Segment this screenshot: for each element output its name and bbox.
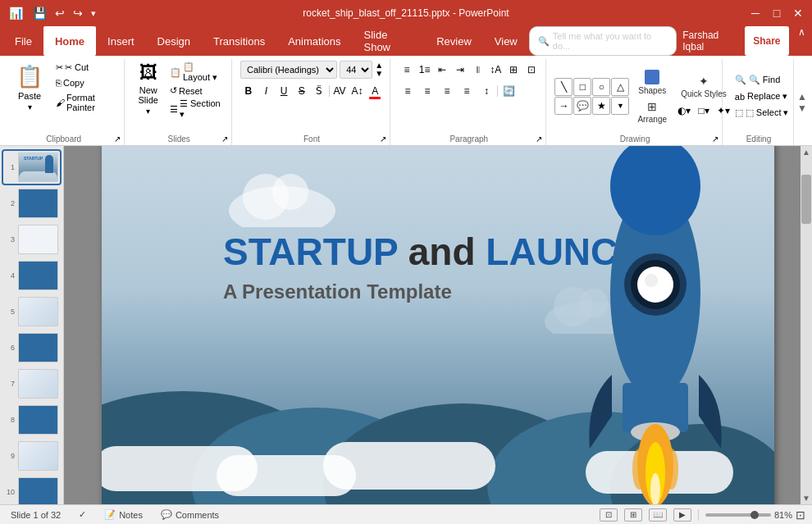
- smartart-button[interactable]: ⊡: [523, 61, 540, 79]
- menu-insert[interactable]: Insert: [96, 26, 146, 56]
- shape-arrow[interactable]: →: [554, 97, 573, 115]
- cut-button[interactable]: ✂✂ Cut: [52, 61, 117, 75]
- paragraph-expand-icon[interactable]: ↗: [536, 134, 542, 144]
- line-spacing-button[interactable]: ↕: [477, 82, 495, 100]
- increase-indent-button[interactable]: ⇥: [452, 61, 468, 79]
- shape-rect[interactable]: □: [573, 78, 591, 96]
- text-direction-button[interactable]: A↕: [349, 82, 366, 100]
- slide-thumb-9[interactable]: 9: [3, 440, 60, 472]
- convert-to-smartart-button[interactable]: 🔄: [500, 82, 518, 100]
- zoom-slider-thumb[interactable]: [750, 511, 759, 519]
- font-family-select[interactable]: Calibri (Headings): [240, 61, 337, 79]
- menu-slideshow[interactable]: Slide Show: [352, 26, 425, 56]
- customize-quick-access-button[interactable]: ▾: [89, 7, 98, 21]
- shape-oval[interactable]: ○: [592, 78, 610, 96]
- font-color-button[interactable]: A: [367, 82, 383, 100]
- clipboard-expand-icon[interactable]: ↗: [114, 134, 121, 144]
- scroll-up-button[interactable]: ▲: [801, 146, 812, 158]
- slide-thumb-4[interactable]: 4: [3, 259, 60, 292]
- align-text-button[interactable]: ⊞: [505, 61, 522, 79]
- slides-expand-icon[interactable]: ↗: [221, 134, 228, 144]
- shape-outline-button[interactable]: □▾: [695, 102, 713, 120]
- justify-button[interactable]: ≡: [458, 82, 476, 100]
- text-direction-para-button[interactable]: ↕A: [487, 61, 504, 79]
- zoom-slider[interactable]: [705, 513, 771, 517]
- close-button[interactable]: ✕: [791, 6, 805, 21]
- char-spacing-button[interactable]: AV: [331, 82, 348, 100]
- slide-thumb-2[interactable]: 2: [3, 187, 60, 220]
- align-right-button[interactable]: ≡: [438, 82, 456, 100]
- zoom-level-button[interactable]: 81%: [774, 510, 792, 520]
- user-area[interactable]: Farshad Iqbal: [682, 26, 738, 56]
- menu-home[interactable]: Home: [43, 26, 96, 56]
- fit-to-window-button[interactable]: ⊡: [796, 508, 805, 522]
- menu-file[interactable]: File: [3, 26, 43, 56]
- font-size-decrease[interactable]: ▼: [375, 70, 383, 78]
- shape-line[interactable]: ╲: [554, 78, 573, 96]
- shapes-more-button[interactable]: ▼: [611, 97, 629, 115]
- reset-button[interactable]: ↺Reset: [167, 84, 225, 97]
- italic-button[interactable]: I: [258, 82, 275, 100]
- menu-review[interactable]: Review: [425, 26, 483, 56]
- scroll-thumb[interactable]: [801, 175, 811, 224]
- menu-transitions[interactable]: Transitions: [202, 26, 276, 56]
- redo-button[interactable]: ↪: [71, 5, 85, 21]
- shape-star[interactable]: ★: [592, 97, 610, 115]
- copy-button[interactable]: ⎘Copy: [52, 76, 117, 89]
- text-shadow-button[interactable]: S̈: [312, 82, 328, 100]
- arrange-button[interactable]: ⊞ Arrange: [632, 98, 672, 125]
- slide-canvas[interactable]: STARTUP and LAUNCH A Presentation Templa…: [102, 146, 774, 504]
- select-button[interactable]: ⬚ ⬚ Select ▾: [731, 106, 787, 120]
- vertical-scrollbar[interactable]: ▲ ▼: [801, 146, 812, 504]
- align-center-button[interactable]: ≡: [418, 82, 436, 100]
- normal-view-button[interactable]: ⊡: [600, 508, 618, 522]
- slide-thumb-7[interactable]: 7: [3, 367, 60, 400]
- menu-view[interactable]: View: [483, 26, 529, 56]
- menu-design[interactable]: Design: [146, 26, 202, 56]
- section-button[interactable]: ☰☰ Section ▾: [167, 98, 225, 121]
- underline-button[interactable]: U: [276, 82, 292, 100]
- slideshow-view-button[interactable]: ▶: [673, 508, 691, 522]
- font-expand-icon[interactable]: ↗: [380, 134, 386, 144]
- shape-fill-button[interactable]: ◐▾: [675, 102, 693, 120]
- undo-button[interactable]: ↩: [52, 5, 67, 21]
- slide-thumb-1[interactable]: 1 STARTUP: [3, 151, 60, 184]
- scroll-down-button[interactable]: ▼: [801, 492, 812, 504]
- ribbon-scroll-up[interactable]: ▲: [797, 91, 807, 103]
- reading-view-button[interactable]: 📖: [649, 508, 667, 522]
- share-button[interactable]: Share: [745, 26, 788, 56]
- collapse-ribbon-button[interactable]: ∧: [795, 26, 809, 56]
- ribbon-scroll-down[interactable]: ▼: [797, 103, 807, 114]
- accessibility-check-button[interactable]: ✓: [75, 508, 90, 522]
- strikethrough-button[interactable]: S: [294, 82, 310, 100]
- slide-thumb-6[interactable]: 6: [3, 331, 60, 364]
- slide-thumb-10[interactable]: 10: [3, 476, 60, 504]
- slide-thumb-3[interactable]: 3: [3, 223, 60, 256]
- decrease-indent-button[interactable]: ⇤: [434, 61, 450, 79]
- numbering-button[interactable]: 1≡: [417, 61, 433, 79]
- font-size-select[interactable]: 44: [340, 61, 372, 79]
- slide-sorter-button[interactable]: ⊞: [624, 508, 642, 522]
- replace-button[interactable]: ab Replace ▾: [731, 89, 787, 103]
- new-slide-dropdown[interactable]: ▾: [146, 107, 150, 116]
- shape-callout[interactable]: 💬: [573, 97, 591, 115]
- notes-button[interactable]: 📝 Notes: [100, 508, 147, 522]
- new-slide-button[interactable]: 🖼 NewSlide ▾: [133, 61, 162, 132]
- bold-button[interactable]: B: [240, 82, 257, 100]
- find-button[interactable]: 🔍 🔍 Find: [731, 73, 787, 87]
- shape-triangle[interactable]: △: [611, 78, 629, 96]
- slide-thumb-8[interactable]: 8: [3, 403, 60, 436]
- layout-button[interactable]: 📋📋 Layout ▾: [167, 61, 225, 84]
- maximize-button[interactable]: □: [769, 6, 784, 21]
- tell-me-input[interactable]: 🔍 Tell me what you want to do...: [529, 26, 677, 56]
- minimize-button[interactable]: ─: [748, 6, 763, 21]
- bullets-button[interactable]: ≡: [399, 61, 415, 79]
- align-left-button[interactable]: ≡: [399, 82, 417, 100]
- format-painter-button[interactable]: 🖌Format Painter: [52, 91, 117, 114]
- drawing-expand-icon[interactable]: ↗: [712, 134, 718, 144]
- paste-dropdown-icon[interactable]: ▾: [28, 103, 32, 112]
- comments-button[interactable]: 💬 Comments: [157, 508, 223, 522]
- columns-button[interactable]: ⫴: [470, 61, 486, 79]
- slide-canvas-area[interactable]: STARTUP and LAUNCH A Presentation Templa…: [64, 146, 812, 504]
- slide-thumb-5[interactable]: 5: [3, 295, 60, 328]
